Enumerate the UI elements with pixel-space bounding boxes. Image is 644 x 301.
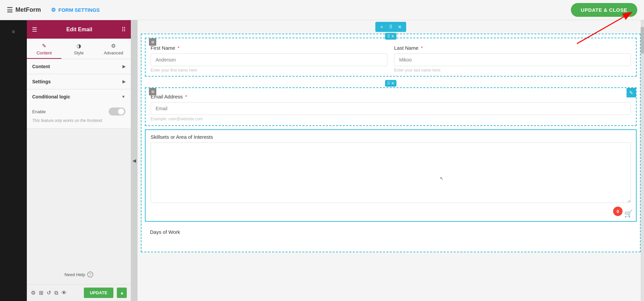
undo-icon[interactable]: ↺ — [47, 290, 51, 296]
need-help-label: Need Help — [64, 272, 85, 277]
canvas-close-button[interactable]: ✕ — [396, 23, 404, 31]
tab-advanced[interactable]: ⚙ Advanced — [96, 39, 131, 59]
skills-textarea[interactable] — [151, 142, 631, 203]
accordion-content-header[interactable]: Content ▶ — [27, 59, 131, 74]
accordion-conditional-arrow: ▼ — [121, 94, 125, 99]
accordion-settings-arrow: ▶ — [122, 79, 125, 84]
collapse-toggle[interactable]: ◀ — [131, 20, 138, 301]
form-settings-link[interactable]: ⚙ FORM SETTINGS — [51, 7, 100, 13]
canvas-toolbar: + ⠿ ✕ — [375, 22, 406, 32]
email-input[interactable] — [151, 102, 631, 115]
style-icon: ◑ — [76, 43, 81, 49]
collapse-icon: ◀ — [132, 158, 136, 163]
menu-icon: ☰ — [7, 6, 13, 14]
email-row-close-button[interactable]: ✕ — [391, 81, 394, 86]
hamburger-icon[interactable]: ☰ — [32, 26, 37, 33]
scrollbar-thumb[interactable] — [641, 27, 644, 54]
email-required: * — [185, 94, 187, 99]
last-name-field: Last Name * Enter your last name here — [394, 45, 631, 73]
accordion-settings: Settings ▶ — [27, 74, 131, 89]
first-name-input[interactable] — [151, 53, 387, 66]
advanced-icon: ⚙ — [111, 43, 116, 49]
scrollbar-track[interactable] — [641, 20, 644, 301]
need-help[interactable]: Need Help ? — [27, 265, 131, 284]
copy-icon[interactable]: ⧉ — [54, 290, 58, 296]
email-row-toolbar-container: ⠿ ✕ — [142, 80, 640, 87]
metform-logo: ☰ MetForm — [7, 6, 41, 14]
eye-icon[interactable]: 👁 — [61, 290, 67, 296]
accordion-content-label: Content — [32, 64, 50, 69]
last-name-required: * — [421, 45, 423, 51]
enable-label: Enable — [32, 109, 46, 114]
grid-icon[interactable]: ⠿ — [121, 26, 126, 33]
tab-content[interactable]: ✎ Content — [27, 39, 61, 59]
last-name-input[interactable] — [394, 53, 631, 66]
email-row-move-button[interactable]: ⠿ — [387, 81, 390, 86]
update-arrow-button[interactable]: ▲ — [117, 288, 127, 298]
tab-advanced-label: Advanced — [104, 50, 123, 55]
sidebar-icon-1: ≡ — [12, 29, 15, 35]
name-fields-row: First Name * Enter your first name here … — [151, 45, 631, 73]
accordion-conditional-content: Enable NO This feature only works on the… — [27, 104, 131, 128]
last-name-label: Last Name * — [394, 45, 631, 51]
panel-header: ☰ Edit Email ⠿ — [27, 20, 131, 39]
bottom-toolbar: ⚙ ⊞ ↺ ⧉ 👁 UPDATE ▲ — [27, 284, 131, 301]
help-icon: ? — [87, 271, 93, 277]
update-close-button[interactable]: UPDATE & CLOSE — [571, 3, 637, 17]
cart-icon[interactable]: 🛒 — [624, 210, 633, 218]
panel-tabs: ✎ Content ◑ Style ⚙ Advanced — [27, 39, 131, 59]
top-bar-left: ☰ MetForm ⚙ FORM SETTINGS — [7, 6, 100, 14]
gear-icon: ⚙ — [51, 7, 56, 13]
form-canvas: + ⠿ ✕ ⠿ ✕ ⊞ First Name — [138, 20, 644, 301]
toggle-knob — [118, 109, 124, 115]
tab-style-label: Style — [74, 50, 84, 55]
logo-text: MetForm — [15, 6, 41, 13]
panel-title: Edit Email — [66, 27, 92, 33]
counter-badge: 0 — [613, 207, 623, 216]
skills-section: Skillsets or Area of Interests 0 🛒 ↖ — [145, 129, 637, 222]
content-icon: ✎ — [42, 43, 46, 49]
accordion-conditional: Conditional logic ▼ Enable NO This featu… — [27, 89, 131, 129]
email-edit-icon[interactable]: ✎ — [627, 88, 636, 97]
name-row-block: ⠿ ✕ ⊞ First Name * Enter your first name… — [145, 38, 637, 77]
canvas-top-row: + ⠿ ✕ — [138, 20, 644, 34]
enable-toggle[interactable]: NO — [109, 108, 125, 116]
form-area: ⠿ ✕ ⊞ First Name * Enter your first name… — [141, 34, 641, 252]
email-section: ⊞ ✎ Email Address * Example: user@websit… — [145, 87, 637, 126]
accordion-content-arrow: ▶ — [122, 64, 125, 69]
main-layout: ≡ ☰ Edit Email ⠿ ✎ Content ◑ Style ⚙ Adv… — [0, 20, 644, 301]
canvas-move-button[interactable]: ⠿ — [387, 23, 394, 31]
accordion-conditional-label: Conditional logic — [32, 94, 70, 99]
skills-label: Skillsets or Area of Interests — [151, 134, 631, 140]
canvas-add-button[interactable]: + — [378, 23, 385, 31]
row1-move-button[interactable]: ⠿ — [387, 34, 390, 39]
enable-toggle-row: Enable NO — [32, 108, 125, 116]
panel-sidebar: ☰ Edit Email ⠿ ✎ Content ◑ Style ⚙ Advan… — [27, 20, 131, 301]
row1-toolbar: ⠿ ✕ — [385, 33, 396, 40]
accordion-settings-label: Settings — [32, 79, 51, 84]
block-handle-2[interactable]: ⊞ — [149, 88, 156, 95]
tab-content-label: Content — [37, 50, 52, 55]
first-name-label: First Name * — [151, 45, 387, 51]
tab-style[interactable]: ◑ Style — [61, 39, 96, 59]
top-bar: ☰ MetForm ⚙ FORM SETTINGS UPDATE & CLOSE — [0, 0, 644, 20]
accordion-content: Content ▶ — [27, 59, 131, 74]
last-name-hint: Enter your last name here — [394, 68, 631, 73]
accordion-settings-header[interactable]: Settings ▶ — [27, 74, 131, 89]
form-settings-label: FORM SETTINGS — [58, 7, 100, 13]
settings-icon[interactable]: ⚙ — [31, 290, 36, 296]
dark-sidebar-item-1[interactable]: ≡ — [3, 24, 23, 40]
email-label: Email Address * — [151, 94, 631, 99]
layers-icon[interactable]: ⊞ — [39, 290, 43, 296]
row1-close-button[interactable]: ✕ — [391, 34, 394, 39]
email-row-toolbar: ⠿ ✕ — [385, 80, 396, 87]
block-handle-1[interactable]: ⊞ — [149, 38, 156, 46]
first-name-required: * — [178, 45, 180, 51]
first-name-field: First Name * Enter your first name here — [151, 45, 387, 73]
days-label: Days of Work — [150, 229, 632, 235]
email-hint: Example: user@website.com — [151, 117, 631, 121]
accordion-conditional-header[interactable]: Conditional logic ▼ — [27, 89, 131, 104]
first-name-hint: Enter your first name here — [151, 68, 387, 73]
update-button[interactable]: UPDATE — [84, 288, 113, 298]
dark-sidebar: ≡ — [0, 20, 27, 301]
